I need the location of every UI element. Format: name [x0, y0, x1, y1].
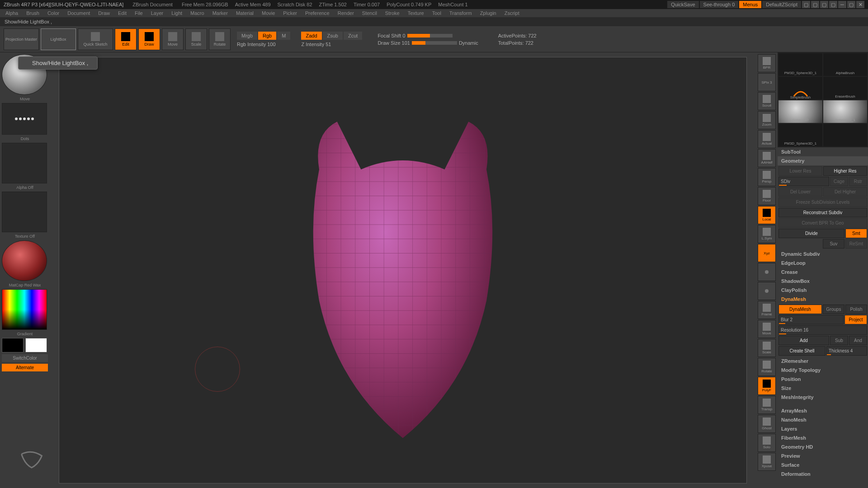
and-button[interactable]: And — [849, 336, 867, 345]
center-button1[interactable] — [758, 263, 776, 281]
close-button[interactable]: ✕ — [856, 1, 864, 8]
sdiv-slider[interactable]: SDiv — [778, 177, 829, 186]
del-lower-button[interactable]: Del Lower — [778, 187, 822, 197]
rgb-button[interactable]: Rgb — [258, 32, 276, 40]
local-button[interactable]: Local — [758, 206, 776, 224]
menu-macro[interactable]: Macro — [187, 10, 208, 16]
rotate-button[interactable]: Rotate — [209, 28, 231, 50]
nanomesh-header[interactable]: NanoMesh — [778, 415, 868, 424]
zsub-button[interactable]: Zsub — [323, 32, 343, 40]
mesh-object[interactable] — [281, 110, 525, 444]
higher-res-button[interactable]: Higher Res — [823, 166, 867, 176]
projection-master-button[interactable]: Projection Master — [4, 28, 39, 50]
menu-edit[interactable]: Edit — [114, 10, 130, 16]
preview-header[interactable]: Preview — [778, 451, 868, 460]
menu-movie[interactable]: Movie — [258, 10, 278, 16]
draw-size-slider[interactable] — [412, 41, 457, 45]
menu-light[interactable]: Light — [168, 10, 186, 16]
focal-shift-slider[interactable] — [407, 34, 453, 38]
smt-button[interactable]: Smt — [845, 229, 867, 238]
modify-topology-header[interactable]: Modify Topology — [778, 366, 868, 375]
thickness-slider[interactable]: Thickness 4 — [826, 346, 867, 356]
tool-thumb-2[interactable]: SimpleBrush — [778, 77, 822, 99]
z-intensity-label[interactable]: Z Intensity 51 — [301, 42, 331, 47]
spix-slider[interactable]: SPix 3 — [758, 73, 776, 91]
lsym-button[interactable]: L.Sym — [758, 225, 776, 243]
primary-color-swatch[interactable] — [25, 338, 47, 352]
claypolish-header[interactable]: ClayPolish — [778, 286, 868, 295]
frame-button[interactable]: Frame — [758, 301, 776, 319]
gradient-label[interactable]: Gradient — [2, 332, 48, 336]
alpha-preview[interactable] — [2, 143, 47, 183]
stroke-preview[interactable] — [2, 103, 47, 135]
menu-color[interactable]: Color — [44, 10, 63, 16]
draw-button[interactable]: Draw — [138, 28, 160, 50]
menu-material[interactable]: Material — [232, 10, 257, 16]
shadowbox-header[interactable]: ShadowBox — [778, 277, 868, 286]
geometry-hd-header[interactable]: Geometry HD — [778, 442, 868, 451]
menu-document[interactable]: Document — [64, 10, 94, 16]
reconstruct-button[interactable]: Reconstruct Subdiv — [778, 208, 867, 217]
floor-button[interactable]: Floor — [758, 187, 776, 205]
crease-header[interactable]: Crease — [778, 267, 868, 277]
draw-size-label[interactable]: Draw Size 101 — [377, 40, 410, 46]
zremesher-header[interactable]: ZRemesher — [778, 357, 868, 366]
texture-preview[interactable] — [2, 192, 47, 232]
window-icon-2[interactable]: ▢ — [811, 1, 819, 8]
lightbox-button[interactable]: LightBox — [41, 28, 76, 50]
menu-render[interactable]: Render — [334, 10, 358, 16]
mesh-integrity-header[interactable]: MeshIntegrity — [778, 393, 868, 402]
window-icon-1[interactable]: ▢ — [802, 1, 810, 8]
tool-thumb-3[interactable]: EraserBrush — [823, 77, 867, 99]
project-button[interactable]: Project — [844, 315, 867, 324]
menu-stroke[interactable]: Stroke — [382, 10, 403, 16]
center-button2[interactable] — [758, 282, 776, 300]
tool-thumb-5[interactable]: Sphere3D_1 — [823, 100, 867, 123]
resmt-button[interactable]: ReSmt — [845, 239, 867, 249]
menu-file[interactable]: File — [131, 10, 146, 16]
dynamesh-button[interactable]: DynaMesh — [778, 305, 822, 314]
blur-slider[interactable]: Blur 2 — [778, 315, 844, 324]
window-icon-3[interactable]: ▢ — [820, 1, 828, 8]
sub-button[interactable]: Sub — [830, 336, 848, 345]
tool-thumb-4[interactable]: Sphere3D — [778, 100, 822, 123]
transp-button[interactable]: Transp — [758, 396, 776, 414]
subtool-header[interactable]: SubTool — [778, 147, 868, 156]
layers-header[interactable]: Layers — [778, 424, 868, 433]
tool-thumb-1[interactable]: AlphaBrush — [823, 53, 867, 76]
rstr-button[interactable]: Rstr — [849, 177, 867, 186]
geometry-header[interactable]: Geometry — [778, 156, 868, 165]
menu-preference[interactable]: Preference — [302, 10, 333, 16]
zcut-button[interactable]: Zcut — [344, 32, 362, 40]
solo-button[interactable]: Solo — [758, 434, 776, 452]
defaultscript-button[interactable]: DefaultZScript — [762, 1, 801, 8]
suv-button[interactable]: Suv — [823, 239, 844, 249]
dynamesh-header[interactable]: DynaMesh — [778, 295, 868, 304]
edit-button[interactable]: Edit — [115, 28, 137, 50]
arraymesh-header[interactable]: ArrayMesh — [778, 406, 868, 415]
seethrough-slider[interactable]: See-through 0 — [700, 1, 739, 8]
xpose-button[interactable]: Xpose — [758, 453, 776, 471]
quicksketch-button[interactable]: Quick Sketch — [78, 28, 113, 50]
switchcolor-button[interactable]: SwitchColor — [2, 354, 48, 362]
edgeloop-header[interactable]: EdgeLoop — [778, 258, 868, 267]
polish-button[interactable]: Polish — [845, 305, 867, 314]
move-view-button[interactable]: Move — [758, 320, 776, 338]
zoom-button[interactable]: Zoom — [758, 111, 776, 129]
size-header[interactable]: Size — [778, 384, 868, 393]
divide-button[interactable]: Divide — [778, 229, 844, 238]
tool-thumb-7[interactable] — [823, 124, 867, 146]
menu-layer[interactable]: Layer — [147, 10, 167, 16]
deformation-header[interactable]: Deformation — [778, 469, 868, 479]
bpr-button[interactable]: BPR — [758, 54, 776, 72]
menu-zscript[interactable]: Zscript — [501, 10, 523, 16]
scale-view-button[interactable]: Scale — [758, 339, 776, 357]
scale-button[interactable]: Scale — [185, 28, 207, 50]
xyz-button[interactable]: Xyz — [758, 244, 776, 262]
quicksave-button[interactable]: QuickSave — [667, 1, 698, 8]
move-button[interactable]: Move — [162, 28, 184, 50]
ghost-button[interactable]: Ghost — [758, 415, 776, 433]
menus-button[interactable]: Menus — [739, 1, 761, 8]
focal-shift-label[interactable]: Focal Shift 0 — [377, 33, 405, 38]
scroll-button[interactable]: Scroll — [758, 92, 776, 110]
